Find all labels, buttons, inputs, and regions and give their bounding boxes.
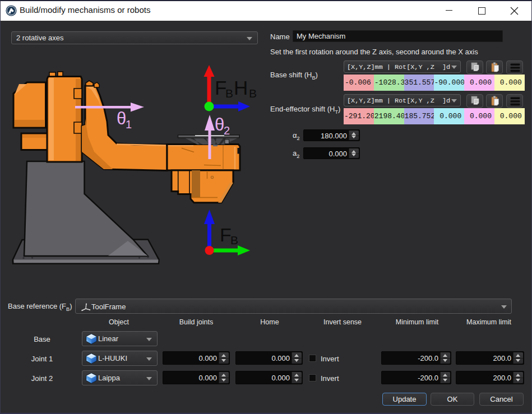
svg-text:H: H [234,77,248,99]
svg-text:B: B [230,234,238,246]
svg-text:θ: θ [215,115,224,134]
svg-text:B: B [249,87,257,100]
svg-text:1: 1 [126,118,132,131]
svg-text:θ: θ [117,109,126,128]
svg-text:F: F [220,224,232,245]
svg-text:2: 2 [224,124,230,137]
svg-text:F: F [215,77,226,99]
svg-text:B: B [225,87,233,100]
